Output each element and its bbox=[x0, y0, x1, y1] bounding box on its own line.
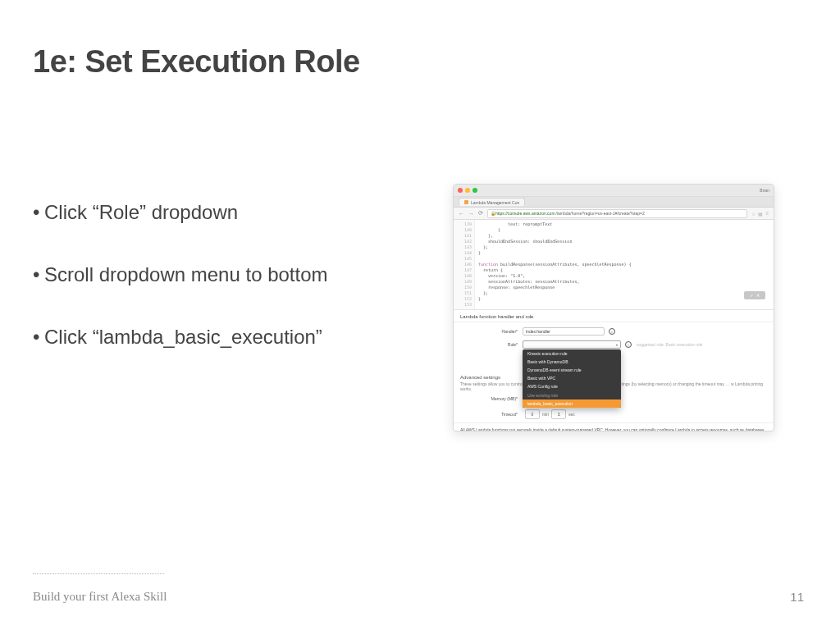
footer-text: Build your first Alexa Skill bbox=[33, 590, 167, 604]
url-host: console.aws.amazon.com bbox=[508, 211, 555, 216]
url-path: /lambda/home?region=us-east-1#/create?st… bbox=[556, 211, 645, 216]
role-dropdown-wrap: ▾ Kinesis execution role Basic with Dyna… bbox=[523, 340, 621, 349]
timeout-min-input[interactable]: 0 bbox=[525, 409, 540, 419]
role-dropdown-menu[interactable]: Kinesis execution role Basic with Dynamo… bbox=[523, 349, 621, 408]
window-titlebar: Brian bbox=[454, 185, 774, 197]
list-item: •Click “Role” dropdown bbox=[33, 200, 328, 225]
reload-icon[interactable]: ⟳ bbox=[478, 210, 483, 217]
dropdown-option[interactable]: Basic with DynamoDB bbox=[523, 358, 621, 366]
close-icon bbox=[458, 188, 463, 193]
role-label: Role* bbox=[460, 342, 523, 347]
info-icon[interactable]: i bbox=[609, 328, 615, 335]
aws-favicon-icon bbox=[464, 200, 468, 204]
role-row: Role* ▾ Kinesis execution role Basic wit… bbox=[460, 340, 767, 349]
footer-divider bbox=[33, 573, 164, 574]
code-gutter: 139 140 141 142 143 144 145 146 147 148 … bbox=[454, 220, 475, 309]
url-scheme: https:// bbox=[495, 211, 508, 216]
timeout-row: Timeout* 0 min 3 sec bbox=[454, 408, 774, 422]
vpc-note: All AWS Lambda functions run securely in… bbox=[454, 422, 774, 431]
timeout-sec-input[interactable]: 3 bbox=[551, 409, 566, 419]
bullet-text: Click “lambda_basic_execution” bbox=[44, 326, 322, 348]
handler-row: Handler* index.handler i bbox=[460, 327, 767, 336]
dropdown-option[interactable]: Kinesis execution role bbox=[523, 349, 621, 358]
code-body[interactable]: text: repromptText } }, shouldEndSession… bbox=[475, 220, 635, 309]
bullet-text: Scroll dropdown menu to bottom bbox=[44, 263, 328, 285]
unit-sec: sec bbox=[568, 412, 575, 417]
section-heading: Lambda function handler and role bbox=[454, 310, 774, 322]
expand-icon[interactable]: ⤢ bbox=[750, 293, 753, 298]
menu-icon[interactable]: ≡ bbox=[765, 211, 769, 217]
list-item: •Click “lambda_basic_execution” bbox=[33, 325, 328, 349]
maximize-icon bbox=[472, 188, 477, 193]
dropdown-subheader: Use existing role bbox=[523, 390, 621, 399]
extension-icon[interactable]: ▦ bbox=[758, 211, 763, 217]
browser-tabs: Lambda Management Con bbox=[454, 197, 774, 208]
editor-toolbar[interactable]: ⤢ ✕ bbox=[744, 291, 765, 299]
unit-min: min bbox=[542, 412, 549, 417]
star-icon[interactable]: ☆ bbox=[751, 211, 756, 217]
page-number: 11 bbox=[790, 590, 804, 604]
profile-label: Brian bbox=[760, 188, 769, 193]
role-dropdown[interactable]: ▾ bbox=[523, 340, 621, 349]
info-icon[interactable]: i bbox=[625, 341, 632, 348]
bullet-list: •Click “Role” dropdown •Scroll dropdown … bbox=[33, 200, 328, 387]
browser-screenshot: Brian Lambda Management Con ← → ⟳ 🔒 http… bbox=[453, 184, 774, 431]
browser-tab[interactable]: Lambda Management Con bbox=[459, 198, 525, 206]
url-bar[interactable]: 🔒 https://console.aws.amazon.com/lambda/… bbox=[487, 209, 747, 218]
chevron-down-icon: ▾ bbox=[616, 343, 618, 347]
list-item: •Scroll dropdown menu to bottom bbox=[33, 262, 328, 287]
dropdown-option[interactable]: AWS Config role bbox=[523, 382, 621, 390]
form-handler-role: Handler* index.handler i Role* ▾ Kinesis… bbox=[454, 322, 774, 357]
dropdown-option[interactable]: Basic with VPC bbox=[523, 374, 621, 382]
minimize-icon bbox=[465, 188, 470, 193]
back-icon[interactable]: ← bbox=[459, 211, 464, 217]
slide-title: 1e: Set Execution Role bbox=[33, 44, 360, 80]
code-editor[interactable]: 139 140 141 142 143 144 145 146 147 148 … bbox=[454, 220, 774, 310]
handler-input[interactable]: index.handler bbox=[523, 327, 605, 336]
bullet-text: Click “Role” dropdown bbox=[44, 201, 238, 223]
browser-toolbar: ← → ⟳ 🔒 https://console.aws.amazon.com/l… bbox=[454, 208, 774, 220]
toolbar-icons: ☆ ▦ ≡ bbox=[751, 211, 769, 217]
handler-label: Handler* bbox=[460, 329, 523, 334]
forward-icon[interactable]: → bbox=[468, 211, 474, 217]
timeout-label: Timeout* bbox=[460, 412, 523, 417]
dropdown-option-selected[interactable]: lambda_basic_execution bbox=[523, 399, 621, 408]
slide: 1e: Set Execution Role •Click “Role” dro… bbox=[0, 0, 840, 630]
close-icon[interactable]: ✕ bbox=[756, 293, 760, 298]
tab-title: Lambda Management Con bbox=[471, 200, 519, 205]
dropdown-option[interactable]: DynamoDB event stream role bbox=[523, 366, 621, 374]
memory-label: Memory (MB)* bbox=[460, 396, 523, 401]
role-hint: suggested role: Basic execution role bbox=[637, 342, 702, 347]
